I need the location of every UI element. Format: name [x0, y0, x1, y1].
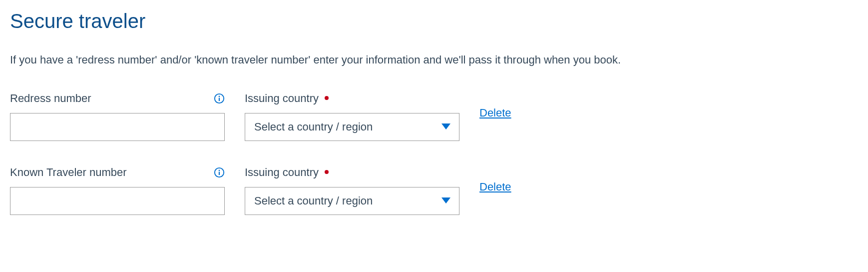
delete-known-traveler-link[interactable]: Delete: [479, 180, 511, 194]
known-traveler-row: Known Traveler number Issuing country Se…: [10, 166, 858, 215]
known-traveler-number-group: Known Traveler number: [10, 166, 225, 215]
redress-country-group: Issuing country Select a country / regio…: [245, 92, 459, 141]
redress-label-text: Redress number: [10, 92, 91, 105]
redress-number-input[interactable]: [10, 113, 225, 141]
redress-country-label: Issuing country: [245, 92, 459, 105]
required-indicator: [325, 96, 329, 100]
redress-country-label-text: Issuing country: [245, 92, 319, 105]
svg-point-5: [219, 170, 220, 171]
redress-number-label: Redress number: [10, 92, 225, 105]
known-traveler-country-group: Issuing country Select a country / regio…: [245, 166, 459, 215]
svg-rect-6: [219, 172, 220, 174]
known-traveler-country-select[interactable]: Select a country / region: [245, 187, 459, 215]
redress-country-select[interactable]: Select a country / region: [245, 113, 459, 141]
known-traveler-country-select-wrapper: Select a country / region: [245, 187, 459, 215]
svg-rect-2: [219, 98, 220, 100]
redress-number-group: Redress number: [10, 92, 225, 141]
secure-traveler-description: If you have a 'redress number' and/or 'k…: [10, 52, 858, 68]
delete-redress-link[interactable]: Delete: [479, 106, 511, 120]
known-traveler-number-input[interactable]: [10, 187, 225, 215]
required-indicator: [325, 170, 329, 174]
known-traveler-country-label: Issuing country: [245, 166, 459, 179]
known-traveler-label-text: Known Traveler number: [10, 166, 127, 179]
info-icon[interactable]: [214, 167, 225, 178]
redress-row: Redress number Issuing country Select a …: [10, 92, 858, 141]
info-icon[interactable]: [214, 93, 225, 104]
redress-country-select-wrapper: Select a country / region: [245, 113, 459, 141]
known-traveler-country-label-text: Issuing country: [245, 166, 319, 179]
known-traveler-number-label: Known Traveler number: [10, 166, 225, 179]
page-title: Secure traveler: [10, 10, 858, 32]
svg-point-1: [219, 96, 220, 97]
